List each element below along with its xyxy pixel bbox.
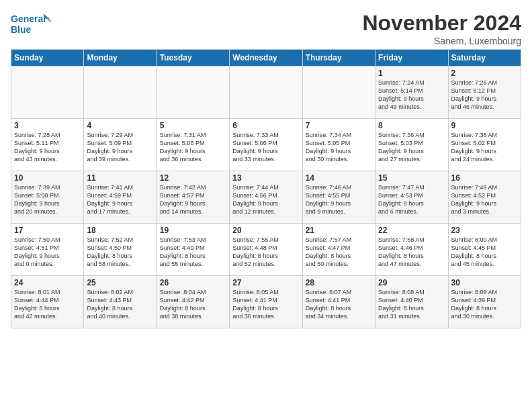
day-info: Sunrise: 8:05 AMSunset: 4:41 PMDaylight:… [232,288,299,321]
day-number: 10 [14,173,81,183]
calendar-cell [302,66,375,119]
day-number: 20 [232,226,299,235]
day-number: 11 [87,173,153,183]
calendar-cell: 12Sunrise: 7:42 AMSunset: 4:57 PMDayligh… [157,171,229,224]
month-title: November 2024 [362,11,521,36]
calendar-cell: 19Sunrise: 7:53 AMSunset: 4:49 PMDayligh… [157,224,229,276]
day-number: 4 [87,121,153,130]
day-info: Sunrise: 7:50 AMSunset: 4:51 PMDaylight:… [14,236,81,269]
svg-text:General: General [11,13,46,24]
calendar-cell: 27Sunrise: 8:05 AMSunset: 4:41 PMDayligh… [230,276,302,328]
day-info: Sunrise: 7:31 AMSunset: 5:08 PMDaylight:… [160,131,226,164]
logo: GeneralBlue [11,11,58,38]
day-info: Sunrise: 7:53 AMSunset: 4:49 PMDaylight:… [160,236,226,269]
calendar-cell: 29Sunrise: 8:08 AMSunset: 4:40 PMDayligh… [375,276,448,328]
day-info: Sunrise: 7:26 AMSunset: 5:12 PMDaylight:… [451,79,518,111]
calendar-cell: 22Sunrise: 7:58 AMSunset: 4:46 PMDayligh… [375,224,448,276]
calendar-cell: 20Sunrise: 7:55 AMSunset: 4:48 PMDayligh… [230,224,302,276]
day-number: 15 [378,173,445,183]
day-number: 9 [451,121,518,130]
calendar-cell: 7Sunrise: 7:34 AMSunset: 5:05 PMDaylight… [302,119,375,171]
day-info: Sunrise: 7:36 AMSunset: 5:03 PMDaylight:… [378,131,445,164]
day-number: 5 [160,121,226,130]
day-number: 21 [306,226,372,235]
weekday-header-saturday: Saturday [448,50,521,66]
day-number: 24 [14,278,81,287]
day-number: 6 [232,121,299,130]
weekday-header-friday: Friday [375,50,448,66]
day-number: 22 [378,226,445,235]
day-number: 27 [232,278,299,287]
day-number: 14 [306,173,372,183]
day-info: Sunrise: 8:02 AMSunset: 4:43 PMDaylight:… [87,288,153,321]
weekday-header-thursday: Thursday [302,50,375,66]
calendar-cell: 21Sunrise: 7:57 AMSunset: 4:47 PMDayligh… [302,224,375,276]
day-info: Sunrise: 8:04 AMSunset: 4:42 PMDaylight:… [160,288,226,321]
calendar-cell [84,66,157,119]
day-info: Sunrise: 7:39 AMSunset: 5:00 PMDaylight:… [14,183,81,216]
day-info: Sunrise: 7:28 AMSunset: 5:11 PMDaylight:… [14,131,81,164]
calendar-cell: 28Sunrise: 8:07 AMSunset: 4:41 PMDayligh… [302,276,375,328]
day-info: Sunrise: 7:29 AMSunset: 5:09 PMDaylight:… [87,131,153,164]
day-info: Sunrise: 7:42 AMSunset: 4:57 PMDaylight:… [160,183,226,216]
day-info: Sunrise: 7:58 AMSunset: 4:46 PMDaylight:… [378,236,445,269]
weekday-header-monday: Monday [84,50,157,66]
day-info: Sunrise: 7:44 AMSunset: 4:56 PMDaylight:… [232,183,299,216]
day-info: Sunrise: 7:57 AMSunset: 4:47 PMDaylight:… [306,236,372,269]
calendar-cell: 30Sunrise: 8:09 AMSunset: 4:39 PMDayligh… [448,276,521,328]
day-info: Sunrise: 8:01 AMSunset: 4:44 PMDaylight:… [14,288,81,321]
calendar-cell: 23Sunrise: 8:00 AMSunset: 4:45 PMDayligh… [448,224,521,276]
day-info: Sunrise: 7:47 AMSunset: 4:53 PMDaylight:… [378,183,445,216]
day-info: Sunrise: 7:49 AMSunset: 4:52 PMDaylight:… [451,183,518,216]
day-number: 13 [232,173,299,183]
calendar-cell: 11Sunrise: 7:41 AMSunset: 4:59 PMDayligh… [84,171,157,224]
calendar-cell: 17Sunrise: 7:50 AMSunset: 4:51 PMDayligh… [11,224,84,276]
calendar-cell: 13Sunrise: 7:44 AMSunset: 4:56 PMDayligh… [230,171,302,224]
day-number: 2 [451,68,518,78]
day-info: Sunrise: 7:46 AMSunset: 4:55 PMDaylight:… [306,183,372,216]
svg-text:Blue: Blue [11,24,32,35]
day-number: 16 [451,173,518,183]
calendar-cell [157,66,229,119]
calendar-cell [230,66,302,119]
calendar-cell: 2Sunrise: 7:26 AMSunset: 5:12 PMDaylight… [448,66,521,119]
logo-svg: GeneralBlue [11,11,58,38]
day-number: 7 [306,121,372,130]
day-info: Sunrise: 7:52 AMSunset: 4:50 PMDaylight:… [87,236,153,269]
calendar-cell: 26Sunrise: 8:04 AMSunset: 4:42 PMDayligh… [157,276,229,328]
day-info: Sunrise: 7:55 AMSunset: 4:48 PMDaylight:… [232,236,299,269]
calendar-cell [11,66,84,119]
day-number: 17 [14,226,81,235]
calendar-cell: 1Sunrise: 7:24 AMSunset: 5:14 PMDaylight… [375,66,448,119]
location: Sanem, Luxembourg [362,36,521,46]
day-info: Sunrise: 8:09 AMSunset: 4:39 PMDaylight:… [451,288,518,321]
calendar-cell: 8Sunrise: 7:36 AMSunset: 5:03 PMDaylight… [375,119,448,171]
day-number: 30 [451,278,518,287]
weekday-header-wednesday: Wednesday [230,50,302,66]
day-info: Sunrise: 7:34 AMSunset: 5:05 PMDaylight:… [306,131,372,164]
day-info: Sunrise: 7:41 AMSunset: 4:59 PMDaylight:… [87,183,153,216]
day-info: Sunrise: 8:00 AMSunset: 4:45 PMDaylight:… [451,236,518,269]
calendar-cell: 6Sunrise: 7:33 AMSunset: 5:06 PMDaylight… [230,119,302,171]
day-info: Sunrise: 7:24 AMSunset: 5:14 PMDaylight:… [378,79,445,111]
calendar: SundayMondayTuesdayWednesdayThursdayFrid… [11,49,521,328]
calendar-cell: 5Sunrise: 7:31 AMSunset: 5:08 PMDaylight… [157,119,229,171]
day-info: Sunrise: 7:38 AMSunset: 5:02 PMDaylight:… [451,131,518,164]
day-number: 25 [87,278,153,287]
calendar-cell: 3Sunrise: 7:28 AMSunset: 5:11 PMDaylight… [11,119,84,171]
calendar-cell: 9Sunrise: 7:38 AMSunset: 5:02 PMDaylight… [448,119,521,171]
day-info: Sunrise: 8:08 AMSunset: 4:40 PMDaylight:… [378,288,445,321]
day-number: 19 [160,226,226,235]
day-info: Sunrise: 7:33 AMSunset: 5:06 PMDaylight:… [232,131,299,164]
calendar-cell: 14Sunrise: 7:46 AMSunset: 4:55 PMDayligh… [302,171,375,224]
calendar-cell: 16Sunrise: 7:49 AMSunset: 4:52 PMDayligh… [448,171,521,224]
day-number: 29 [378,278,445,287]
calendar-cell: 15Sunrise: 7:47 AMSunset: 4:53 PMDayligh… [375,171,448,224]
weekday-header-tuesday: Tuesday [157,50,229,66]
day-number: 18 [87,226,153,235]
calendar-cell: 18Sunrise: 7:52 AMSunset: 4:50 PMDayligh… [84,224,157,276]
day-number: 23 [451,226,518,235]
day-number: 1 [378,68,445,78]
calendar-cell: 10Sunrise: 7:39 AMSunset: 5:00 PMDayligh… [11,171,84,224]
day-number: 3 [14,121,81,130]
